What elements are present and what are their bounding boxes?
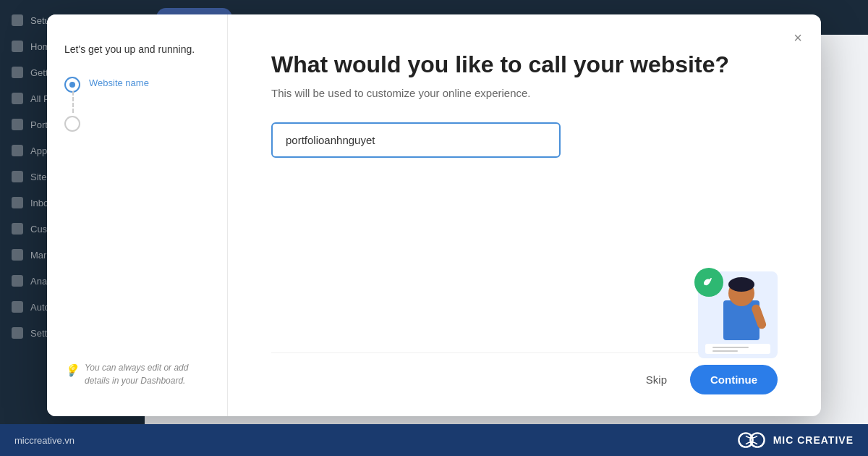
step-radio-1 (64, 77, 80, 93)
skip-button[interactable]: Skip (634, 366, 678, 393)
bottom-url: miccreative.vn (14, 435, 75, 446)
left-panel-hint: 💡 You can always edit or add details in … (64, 361, 210, 387)
step-item-1: Website name (64, 75, 210, 93)
bottom-bar: miccreative.vn MIC CREATIVE (0, 424, 868, 456)
continue-button[interactable]: Continue (690, 365, 778, 394)
illustration (691, 257, 785, 366)
modal-left-panel: Let's get you up and running. Website na… (47, 14, 228, 416)
website-name-input[interactable] (271, 122, 561, 158)
brand-section: MIC CREATIVE (737, 431, 854, 449)
step-label-1: Website name (89, 75, 149, 88)
left-panel-heading: Let's get you up and running. (64, 43, 210, 55)
brand-logo-icon (737, 431, 766, 449)
svg-rect-7 (712, 350, 738, 352)
svg-point-3 (728, 277, 754, 292)
step-radio-2 (64, 116, 80, 132)
setup-modal: × Let's get you up and running. Website … (47, 14, 821, 416)
modal-subtitle: This will be used to customize your onli… (271, 87, 778, 99)
modal-right-panel: What would you like to call your website… (228, 14, 821, 416)
steps-list: Website name (64, 75, 210, 132)
svg-rect-6 (712, 347, 749, 348)
brand-name: MIC CREATIVE (773, 434, 854, 446)
lightbulb-icon: 💡 (64, 362, 79, 379)
step-radio-inner-1 (69, 82, 75, 88)
step-item-2 (64, 114, 210, 132)
close-button[interactable]: × (786, 26, 809, 49)
modal-title: What would you like to call your website… (271, 51, 778, 78)
svg-rect-5 (705, 344, 770, 354)
